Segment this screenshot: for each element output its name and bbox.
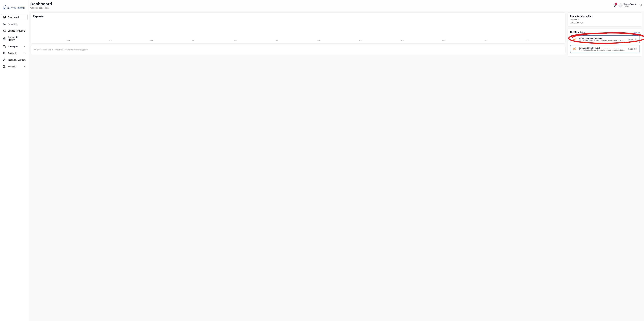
notification-date: Oct 12, 2023 (628, 48, 637, 50)
view-all-link[interactable]: View All (634, 31, 640, 33)
home-icon (3, 23, 6, 25)
status-banner-card: Background verification is completed ple… (30, 46, 566, 54)
bank-icon (3, 37, 6, 40)
layers-icon (3, 29, 6, 32)
sidebar-item-account[interactable]: Account (1, 50, 28, 56)
month-label: MAR (131, 39, 173, 41)
expense-chart: JAN FEB MAR APR MAY JUN JUL AUG SEP OCT … (33, 18, 563, 41)
notifications-bell-button[interactable]: 2 (613, 3, 616, 7)
notifications-heading: Notifications (570, 31, 586, 34)
house-logo-icon (2, 4, 7, 9)
sidebar-item-transaction-history[interactable]: Transaction History (1, 34, 28, 43)
avatar: PT (618, 3, 622, 7)
notification-title: Background Check Completed (578, 38, 626, 39)
notification-item[interactable]: Background Check Completed Your backgrou… (570, 35, 640, 43)
month-label: DEC (507, 39, 548, 41)
gear-icon (3, 65, 6, 68)
sidebar-item-messages[interactable]: Messages (1, 43, 28, 49)
month-label: JUL (298, 39, 340, 41)
clipboard-icon (3, 52, 6, 54)
svg-rect-1 (3, 46, 5, 47)
notification-message: Your background check is completed. Plea… (578, 39, 626, 41)
page-title: Dashboard (30, 1, 52, 6)
messages-icon (3, 45, 6, 48)
expense-x-axis: JAN FEB MAR APR MAY JUN JUL AUG SEP OCT … (33, 39, 563, 41)
expense-title: Expense (33, 15, 563, 18)
user-name: Prince Tenant (624, 3, 636, 5)
notification-date: Oct 12, 2023 (628, 38, 637, 40)
sidebar-item-label: Technical Support (8, 58, 26, 61)
megaphone-icon (572, 37, 576, 41)
logout-icon (638, 3, 642, 7)
user-role: Tenant (624, 5, 636, 7)
megaphone-icon (572, 47, 576, 51)
property-address: 315 E 12th Ave (570, 21, 640, 24)
month-label: FEB (89, 39, 131, 41)
user-menu[interactable]: PT Prince Tenant Tenant (618, 3, 636, 7)
notification-badge: 2 (615, 2, 617, 5)
month-label: SEP (382, 39, 423, 41)
life-buoy-icon (3, 58, 6, 61)
property-name: Property 2 (570, 18, 640, 21)
chevron-down-icon (24, 65, 26, 68)
logout-button[interactable] (638, 3, 642, 7)
notification-message: Your background check is initiated by yo… (578, 49, 626, 51)
notification-title: Background Check Initiated (578, 47, 626, 49)
sidebar-item-label: Dashboard (8, 16, 19, 18)
sidebar-item-label: Account (8, 52, 16, 54)
svg-point-6 (4, 66, 5, 67)
brand-name: OME TRUMPETER (7, 7, 25, 9)
sidebar-item-properties[interactable]: Properties (1, 21, 28, 27)
month-label: OCT (423, 39, 465, 41)
sidebar: OME TRUMPETER Dashboard Properties Servi… (0, 0, 29, 321)
notification-item[interactable]: Background Check Initiated Your backgrou… (570, 45, 640, 53)
sidebar-nav: Dashboard Properties Service Requests Tr… (1, 14, 28, 69)
bar-chart-icon (3, 16, 6, 19)
month-label: MAY (214, 39, 256, 41)
expense-card: Expense JAN FEB MAR APR MAY JUN JUL AUG … (30, 12, 566, 43)
sidebar-item-label: Settings (8, 65, 16, 68)
sidebar-item-settings[interactable]: Settings (1, 63, 28, 69)
month-label: AUG (340, 39, 382, 41)
sidebar-item-dashboard[interactable]: Dashboard (1, 14, 28, 20)
sidebar-item-label: Properties (8, 23, 18, 25)
page-subtitle: Welcome back, Prince (30, 7, 52, 9)
sidebar-item-label: Service Requests (8, 29, 25, 32)
sidebar-item-service-requests[interactable]: Service Requests (1, 28, 28, 34)
sidebar-item-technical-support[interactable]: Technical Support (1, 57, 28, 63)
page-header: Dashboard Welcome back, Prince 2 PT Prin… (29, 0, 644, 11)
property-info-heading: Property Information (570, 15, 640, 17)
svg-point-5 (4, 59, 5, 60)
month-label: NOV (465, 39, 507, 41)
chevron-down-icon (24, 52, 26, 54)
notifications-card: Notifications View All (567, 28, 642, 57)
property-info-card: Property Information Property 2 315 E 12… (567, 12, 642, 27)
status-banner-text: Background verification is completed ple… (33, 49, 563, 51)
sidebar-item-label: Transaction History (8, 36, 26, 41)
brand-logo: OME TRUMPETER (1, 1, 28, 14)
chevron-down-icon (24, 45, 26, 48)
sidebar-item-label: Messages (8, 45, 18, 48)
month-label: APR (173, 39, 214, 41)
month-label: JUN (256, 39, 298, 41)
month-label: JAN (48, 39, 89, 41)
